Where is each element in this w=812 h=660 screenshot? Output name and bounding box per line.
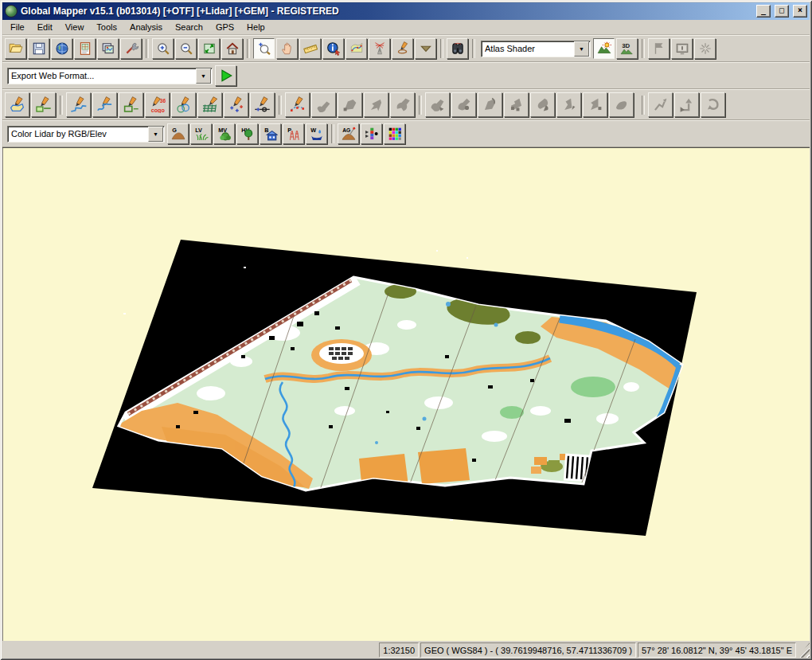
digitizer-tool-button[interactable] [392, 38, 413, 59]
classify-water-button[interactable]: W [306, 123, 327, 144]
fly-through-button-disabled[interactable] [694, 38, 716, 59]
pencil-circle-icon [175, 96, 192, 113]
3d-view-button[interactable]: 3D [616, 38, 638, 59]
pencil-rect-line-icon [35, 96, 52, 113]
create-cogo-button[interactable]: 36'cogo [145, 92, 170, 117]
hill-shading-button[interactable] [593, 38, 615, 59]
ground-icon: G [171, 127, 185, 141]
move-feature-button-disabled[interactable] [311, 92, 336, 117]
menu-search[interactable]: Search [169, 21, 209, 33]
chevron-down-icon[interactable]: ▼ [574, 41, 589, 57]
create-circle-button[interactable] [171, 92, 196, 117]
classify-high-vegetation-button[interactable]: HV [236, 123, 258, 144]
search-button[interactable] [447, 38, 468, 59]
reshape-feature-button-disabled[interactable] [338, 92, 362, 117]
close-button[interactable]: × [793, 5, 807, 18]
gray-tool-icon [368, 96, 385, 113]
rotate-feature-button-disabled[interactable] [556, 92, 581, 117]
full-view-button[interactable] [198, 38, 220, 59]
classify-building-button[interactable]: B [260, 123, 281, 144]
smooth-feature-button-disabled[interactable] [390, 92, 415, 117]
profile-chart-icon [349, 41, 364, 56]
path-profile-line-button-disabled[interactable] [648, 38, 670, 59]
menu-edit[interactable]: Edit [31, 21, 59, 33]
classify-ground-button[interactable]: G [167, 123, 189, 144]
chevron-down-icon[interactable]: ▼ [196, 68, 211, 84]
zoom-in-button[interactable] [152, 38, 174, 59]
titlebar[interactable]: Global Mapper v15.1 (b013014) [+OTF] [+L… [2, 2, 810, 20]
auto-classify-ground-button[interactable]: AG [338, 123, 359, 144]
3d-label: 3D [622, 42, 630, 49]
scale-feature-button-disabled[interactable] [583, 92, 607, 117]
shader-combo[interactable]: Atlas Shader ▼ [481, 41, 591, 57]
create-line-button[interactable] [66, 92, 91, 117]
copy-feature-button-disabled[interactable] [530, 92, 555, 117]
path-profile-button[interactable] [345, 38, 367, 59]
menu-view[interactable]: View [59, 21, 91, 33]
menu-file[interactable]: File [4, 21, 31, 33]
view-shed-button[interactable] [369, 38, 390, 59]
create-line-freehand-button[interactable] [92, 92, 117, 117]
low-veg-label: LV [195, 127, 202, 134]
configure-button[interactable] [120, 38, 142, 59]
zoom-tool-button[interactable] [253, 38, 275, 59]
measure-tool-button[interactable] [299, 38, 321, 59]
feature-info-button[interactable] [322, 38, 344, 59]
shift-feature-button-disabled[interactable] [674, 92, 699, 117]
map-view[interactable] [2, 147, 810, 641]
lidar-mode-combo[interactable]: Color Lidar by RGB/Elev ▼ [7, 126, 165, 143]
combine-areas-button-disabled[interactable] [425, 92, 450, 117]
separator [419, 96, 422, 115]
filter-lidar-button[interactable] [361, 123, 382, 144]
pencil-area-icon [9, 96, 25, 113]
more-tools-dropdown-button[interactable] [415, 38, 436, 59]
edit-vertices-button[interactable] [285, 92, 310, 117]
open-file-button[interactable] [5, 38, 26, 59]
zoom-out-icon [179, 41, 193, 56]
create-rectangle-button[interactable] [119, 92, 143, 117]
menu-analysis[interactable]: Analysis [123, 21, 169, 33]
toolbar-digitizer: 36'cogo [2, 89, 810, 120]
erase-feature-button-disabled[interactable] [609, 92, 634, 117]
gray-tool-icon [482, 96, 498, 113]
download-online-data-button[interactable] [51, 38, 72, 59]
create-point-button[interactable] [224, 92, 248, 117]
minimize-button[interactable]: _ [756, 5, 771, 18]
statusbar: 1:32150 GEO ( WGS84 ) - ( 39.7619948716,… [2, 641, 810, 658]
zoom-out-button[interactable] [175, 38, 197, 59]
create-area-button[interactable] [5, 92, 29, 117]
undo-edit-button-disabled[interactable] [701, 92, 725, 117]
monitor-icon [675, 41, 689, 56]
menu-help[interactable]: Help [240, 21, 271, 33]
home-view-button[interactable] [221, 38, 243, 59]
chevron-down-icon[interactable]: ▼ [148, 127, 163, 142]
resize-grip[interactable] [798, 642, 810, 658]
separator [331, 124, 334, 143]
crop-areas-button-disabled[interactable] [451, 92, 476, 117]
save-workspace-button[interactable] [28, 38, 49, 59]
run-export-button[interactable] [215, 65, 236, 86]
snap-vertex-button-disabled[interactable] [648, 92, 673, 117]
separator [642, 39, 645, 58]
lidar-color-palette-button[interactable] [384, 123, 405, 144]
create-grid-button[interactable] [197, 92, 222, 117]
classify-pole-button[interactable]: P [283, 123, 304, 144]
classify-low-vegetation-button[interactable]: LV [190, 123, 212, 144]
buffer-button-disabled[interactable] [504, 92, 529, 117]
classify-medium-vegetation-button[interactable]: MV [213, 123, 235, 144]
overlay-control-center-button[interactable] [97, 38, 119, 59]
pan-tool-button[interactable] [276, 38, 298, 59]
create-area-from-line-button[interactable] [31, 92, 56, 117]
map-catalog-button[interactable] [74, 38, 96, 59]
insert-vertex-button[interactable] [250, 92, 275, 117]
cut-feature-button-disabled[interactable] [364, 92, 388, 117]
image-swipe-button-disabled[interactable] [671, 38, 693, 59]
menu-tools[interactable]: Tools [90, 21, 123, 33]
menu-gps[interactable]: GPS [209, 21, 240, 33]
export-format-combo[interactable]: Export Web Format... ▼ [7, 68, 213, 84]
maximize-button[interactable]: □ [775, 5, 789, 18]
split-area-button-disabled[interactable] [478, 92, 502, 117]
separator [60, 96, 63, 115]
pencil-line-icon [70, 96, 87, 113]
3d-view-icon: 3D [620, 41, 634, 56]
